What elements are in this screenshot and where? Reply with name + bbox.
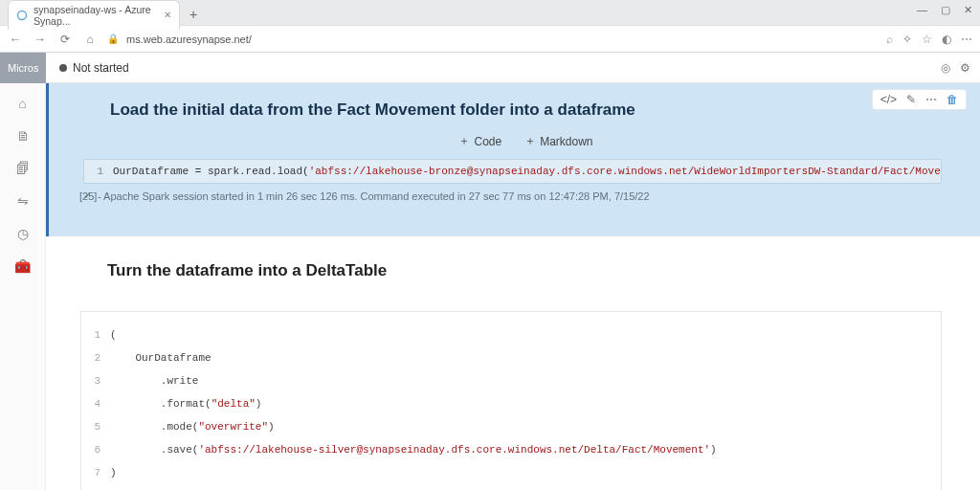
profile-icon[interactable]: ◐ [942,33,951,46]
forward-icon[interactable]: → [33,32,48,47]
cell1-exec-count: [25] [79,190,97,202]
app-bar: Micros Not started ◎ ⚙ [0,53,980,83]
monitor-nav-icon[interactable]: ◷ [14,225,32,242]
url-text: ms.web.azuresynapse.net/ [126,33,252,45]
status-dot-icon [59,64,67,72]
refresh-icon[interactable]: ⟳ [57,32,73,47]
cell1-status-row: ✓ - Apache Spark session started in 1 mi… [83,189,942,202]
favicon-icon [16,10,28,21]
develop-nav-icon[interactable]: 🗐 [14,160,32,177]
edit-icon[interactable]: ✎ [906,93,916,106]
cell2-code[interactable]: 1( 2 OurDataframe 3 .write 4 .format("de… [80,311,942,490]
close-window-icon[interactable]: ✕ [964,4,972,16]
main-area: ⌂ 🗎 🗐 ⇋ ◷ 🧰 </> ✎ ⋯ 🗑 Load the initial d… [0,83,980,490]
more-icon[interactable]: ⋯ [925,93,937,106]
code-text: OurDataframe = spark.read.load('abfss://… [113,166,942,177]
add-cell-row: ＋ Code ＋ Markdown [110,133,942,149]
home-icon[interactable]: ⌂ [82,32,98,47]
notebook-cell-2[interactable]: Turn the dataframe into a DeltaTable 1( … [46,236,980,490]
settings-icon[interactable]: ⚙ [960,61,970,75]
add-code-label: Code [474,135,501,148]
delete-cell-icon[interactable]: 🗑 [947,93,958,106]
side-rail: ⌂ 🗎 🗐 ⇋ ◷ 🧰 [0,83,46,490]
address-bar[interactable]: 🔒 ms.web.azuresynapse.net/ [107,33,877,45]
browser-chrome: — ▢ ✕ synapseinaday-ws - Azure Synap... … [0,0,980,53]
lock-icon: 🔒 [107,33,119,44]
cell2-heading: Turn the dataframe into a DeltaTable [107,261,942,280]
cell2-exec-wrap: 1( 2 OurDataframe 3 .write 4 .format("de… [80,311,942,490]
brand-label: Micros [0,53,46,83]
target-icon[interactable]: ◎ [941,61,950,75]
new-tab-button[interactable]: + [184,7,203,22]
manage-nav-icon[interactable]: 🧰 [14,257,32,275]
svg-point-0 [18,11,27,19]
cell1-heading: Load the initial data from the Fact Move… [110,100,942,120]
search-icon[interactable]: ⌕ [886,33,893,46]
add-markdown-button[interactable]: ＋ Markdown [524,133,592,149]
integrate-nav-icon[interactable]: ⇋ [14,192,32,210]
line-number: 1 [92,166,113,177]
browser-tab[interactable]: synapseinaday-ws - Azure Synap... ✕ [8,0,180,30]
data-nav-icon[interactable]: 🗎 [14,127,32,145]
browser-actions: ⌕ ✧ ☆ ◐ ⋯ [886,33,972,46]
window-controls: — ▢ ✕ [917,4,972,16]
close-tab-icon[interactable]: ✕ [164,10,171,20]
kernel-status: Not started [46,61,129,75]
add-md-label: Markdown [540,135,592,148]
add-code-button[interactable]: ＋ Code [458,133,501,149]
tab-strip: synapseinaday-ws - Azure Synap... ✕ + [0,0,980,25]
cell1-exec-wrap: 1OurDataframe = spark.read.load('abfss:/… [83,159,942,202]
cell1-status-text: - Apache Spark session started in 1 min … [98,190,650,202]
favorites-icon[interactable]: ☆ [922,33,932,46]
appbar-actions: ◎ ⚙ [941,61,970,75]
maximize-icon[interactable]: ▢ [941,4,950,16]
home-nav-icon[interactable]: ⌂ [14,95,32,112]
notebook-cell-1[interactable]: Load the initial data from the Fact Move… [46,83,980,236]
minimize-icon[interactable]: — [917,4,927,16]
tab-title: synapseinaday-ws - Azure Synap... [33,4,158,27]
back-icon[interactable]: ← [8,32,23,47]
status-text: Not started [73,61,129,75]
menu-icon[interactable]: ⋯ [961,33,972,46]
notebook-content: </> ✎ ⋯ 🗑 Load the initial data from the… [46,83,980,490]
extensions-icon[interactable]: ✧ [902,33,912,46]
cell1-code[interactable]: 1OurDataframe = spark.read.load('abfss:/… [83,159,942,184]
code-view-button[interactable]: </> [880,93,897,106]
cell-toolbar: </> ✎ ⋯ 🗑 [872,89,967,110]
